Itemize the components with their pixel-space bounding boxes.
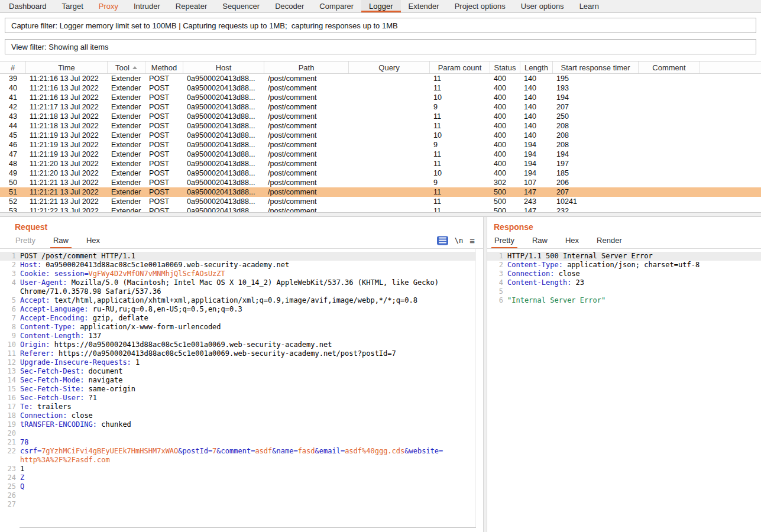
request-line[interactable]: 14Sec-Fetch-Mode: navigate [0, 376, 475, 385]
menu-tab-project-options[interactable]: Project options [447, 0, 513, 12]
column-header-method[interactable]: Method [145, 61, 183, 73]
request-line[interactable]: 3Cookie: session=VgFWy4D2vMfON7vMNMhjQlS… [0, 270, 475, 278]
view-filter-bar[interactable]: View filter: Showing all items [5, 39, 756, 54]
request-line[interactable]: 9Content-Length: 137 [0, 332, 475, 340]
non-printing-characters-icon[interactable]: \n [455, 236, 463, 245]
column-header-tool[interactable]: Tool [108, 61, 145, 73]
request-line[interactable]: Chrome/71.0.3578.98 Safari/537.36 [0, 287, 475, 296]
cell-length: 194 [520, 159, 553, 168]
request-line[interactable]: 8Content-Type: application/x-www-form-ur… [0, 323, 475, 332]
request-line[interactable]: 16Sec-Fetch-User: ?1 [0, 394, 475, 403]
menu-tab-dashboard[interactable]: Dashboard [1, 0, 54, 12]
table-row-46[interactable]: 4611:21:19 13 Jul 2022ExtenderPOST0a9500… [0, 140, 761, 150]
request-line[interactable]: 1POST /post/comment HTTP/1.1 [0, 252, 475, 261]
response-tab-hex[interactable]: Hex [562, 232, 582, 248]
menu-tab-extender[interactable]: Extender [401, 0, 447, 12]
request-line[interactable]: 20 [0, 429, 475, 438]
request-line[interactable]: 231 [0, 465, 475, 473]
response-tab-pretty[interactable]: Pretty [491, 232, 517, 248]
column-header-num[interactable]: # [0, 61, 26, 73]
response-line[interactable]: 6"Internal Server Error" [487, 296, 761, 305]
column-header-path[interactable]: Path [264, 61, 349, 73]
request-line[interactable]: 10Origin: https://0a9500020413d88ac08c5c… [0, 340, 475, 349]
response-line[interactable]: 1HTTP/1.1 500 Internal Server Error [487, 252, 761, 261]
menu-tab-logger[interactable]: Logger [361, 0, 400, 12]
response-tab-render[interactable]: Render [594, 232, 625, 248]
request-line[interactable]: 11Referer: https://0a9500020413d88ac08c5… [0, 349, 475, 358]
response-line[interactable]: 5 [487, 287, 761, 296]
vertical-splitter[interactable] [483, 217, 487, 532]
table-row-48[interactable]: 4811:21:20 13 Jul 2022ExtenderPOST0a9500… [0, 159, 761, 168]
token: ?1 [84, 394, 97, 402]
column-header-host[interactable]: Host [183, 61, 264, 73]
request-line[interactable]: 12Upgrade-Insecure-Requests: 1 [0, 358, 475, 367]
request-line[interactable]: 26 [0, 491, 475, 500]
table-row-40[interactable]: 4011:21:16 13 Jul 2022ExtenderPOST0a9500… [0, 83, 761, 93]
response-line[interactable]: 3Connection: close [487, 270, 761, 278]
menu-tab-intruder[interactable]: Intruder [126, 0, 168, 12]
capture-filter-bar[interactable]: Capture filter: Logger memory limit set … [5, 18, 756, 33]
request-editor[interactable]: 1POST /post/comment HTTP/1.12Host: 0a950… [0, 249, 476, 527]
response-editor[interactable]: 1HTTP/1.1 500 Internal Server Error2Cont… [487, 249, 761, 532]
horizontal-splitter[interactable] [0, 212, 761, 217]
request-line[interactable]: 2178 [0, 438, 475, 447]
request-line[interactable]: 5Accept: text/html,application/xhtml+xml… [0, 296, 475, 305]
menu-tab-target[interactable]: Target [54, 0, 91, 12]
request-line[interactable]: 17Te: trailers [0, 403, 475, 411]
request-line[interactable]: 19tRANSFER-ENCODING: chunked [0, 420, 475, 429]
token: https://0a9500020413d88ac08c5c1e001a0069… [50, 340, 332, 349]
column-header-time[interactable]: Time [26, 61, 108, 73]
code-text: Host: 0a9500020413d88ac08c5c1e001a0069.w… [20, 261, 289, 270]
column-header-query[interactable]: Query [349, 61, 430, 73]
table-row-41[interactable]: 4111:21:16 13 Jul 2022ExtenderPOST0a9500… [0, 93, 761, 102]
menu-tab-comparer[interactable]: Comparer [312, 0, 361, 12]
request-line[interactable]: 22csrf=7gYzhMCiFvi4gBEyUEEk7HmHSHM7xWAO&… [0, 447, 475, 456]
response-line[interactable]: 4Content-Length: 23 [487, 278, 761, 287]
menu-tab-user-options[interactable]: User options [513, 0, 572, 12]
column-header-start-response-timer[interactable]: Start response timer [553, 61, 639, 73]
cell-host: 0a9500020413d88... [183, 131, 264, 140]
column-header-length[interactable]: Length [520, 61, 553, 73]
token: Connection: [507, 270, 554, 278]
menu-tab-sequencer[interactable]: Sequencer [215, 0, 267, 12]
request-tab-raw[interactable]: Raw [50, 232, 72, 248]
prettify-icon[interactable] [437, 236, 448, 245]
request-line[interactable]: 7Accept-Encoding: gzip, deflate [0, 314, 475, 323]
table-row-43[interactable]: 4311:21:18 13 Jul 2022ExtenderPOST0a9500… [0, 112, 761, 121]
request-line[interactable]: 18Connection: close [0, 411, 475, 420]
request-line[interactable]: 24Z [0, 473, 475, 482]
column-header-param-count[interactable]: Param count [430, 61, 490, 73]
table-row-50[interactable]: 5011:21:21 13 Jul 2022ExtenderPOST0a9500… [0, 178, 761, 187]
table-row-49[interactable]: 4911:21:20 13 Jul 2022ExtenderPOST0a9500… [0, 168, 761, 178]
request-line[interactable]: 27 [0, 500, 475, 509]
request-tab-hex[interactable]: Hex [83, 232, 103, 248]
menu-tab-proxy[interactable]: Proxy [91, 0, 126, 12]
request-line[interactable]: 4User-Agent: Mozilla/5.0 (Macintosh; Int… [0, 278, 475, 287]
table-row-44[interactable]: 4411:21:18 13 Jul 2022ExtenderPOST0a9500… [0, 121, 761, 131]
table-row-39[interactable]: 3911:21:16 13 Jul 2022ExtenderPOST0a9500… [0, 74, 761, 83]
table-row-42[interactable]: 4211:21:17 13 Jul 2022ExtenderPOST0a9500… [0, 102, 761, 112]
line-number: 25 [0, 482, 20, 491]
request-line[interactable]: 2Host: 0a9500020413d88ac08c5c1e001a0069.… [0, 261, 475, 270]
cell-num: 48 [0, 159, 26, 168]
response-line[interactable]: 2Content-Type: application/json; charset… [487, 261, 761, 270]
request-line[interactable]: 15Sec-Fetch-Site: same-origin [0, 385, 475, 394]
request-line[interactable]: 25Q [0, 482, 475, 491]
token: fasd [298, 447, 315, 455]
table-row-52[interactable]: 5211:21:21 13 Jul 2022ExtenderPOST0a9500… [0, 197, 761, 206]
request-line[interactable]: 13Sec-Fetch-Dest: document [0, 367, 475, 376]
menu-tab-repeater[interactable]: Repeater [168, 0, 215, 12]
response-tab-raw[interactable]: Raw [529, 232, 550, 248]
table-row-47[interactable]: 4711:21:19 13 Jul 2022ExtenderPOST0a9500… [0, 150, 761, 159]
column-header-status[interactable]: Status [490, 61, 520, 73]
editor-menu-icon[interactable]: ≡ [469, 236, 475, 245]
menu-tab-decoder[interactable]: Decoder [267, 0, 312, 12]
request-line[interactable]: http%3A%2F%2Fasdf.com [0, 456, 475, 465]
column-header-comment[interactable]: Comment [639, 61, 700, 73]
request-editor-bottom-scrollbar[interactable] [20, 527, 476, 532]
table-row-51[interactable]: 5111:21:21 13 Jul 2022ExtenderPOST0a9500… [0, 187, 761, 197]
table-row-45[interactable]: 4511:21:19 13 Jul 2022ExtenderPOST0a9500… [0, 131, 761, 140]
request-line[interactable]: 6Accept-Language: ru-RU,ru;q=0.8,en-US;q… [0, 305, 475, 314]
request-tab-pretty[interactable]: Pretty [12, 232, 38, 248]
menu-tab-learn[interactable]: Learn [572, 0, 607, 12]
